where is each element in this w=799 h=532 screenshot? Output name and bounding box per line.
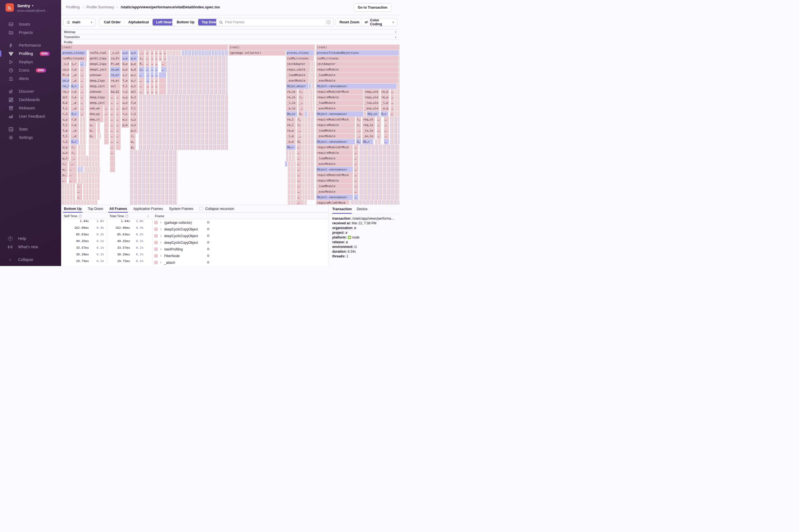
flame-cell[interactable]	[167, 73, 228, 78]
flame-cell[interactable]: …	[77, 189, 82, 194]
tab-application-frames[interactable]: Application Frames	[133, 205, 163, 212]
flame-cell[interactable]	[167, 61, 228, 66]
flame-cell[interactable]: …	[155, 56, 158, 61]
flame-cell[interactable]: r…	[71, 145, 77, 150]
flame-cell[interactable]: u…y	[130, 117, 138, 122]
flame-cell[interactable]: …	[297, 178, 302, 183]
flame-cell[interactable]: O…e	[122, 61, 129, 66]
flame-cell[interactable]	[62, 200, 98, 205]
flame-cell[interactable]	[308, 111, 315, 117]
sidebar-item-settings[interactable]: Settings	[0, 133, 61, 141]
flame-cell[interactable]	[85, 106, 86, 111]
flame-cell[interactable]: _loadModule	[316, 73, 398, 78]
flame-cell[interactable]: r…	[298, 89, 304, 94]
flame-cell[interactable]: re…e	[286, 128, 296, 133]
flame-cell[interactable]	[359, 167, 400, 172]
flame-cell[interactable]	[85, 95, 86, 100]
flame-cell[interactable]: …	[104, 106, 109, 111]
flame-cell[interactable]: …	[354, 161, 358, 167]
flame-cell[interactable]: …	[163, 56, 166, 61]
flame-cell[interactable]: …	[77, 195, 82, 200]
flame-cell[interactable]	[97, 134, 101, 139]
flame-cell[interactable]: proces…ctions	[62, 50, 87, 56]
flame-cell[interactable]	[130, 200, 177, 205]
flame-cell[interactable]: …	[110, 150, 115, 155]
sidebar-item-user-feedback[interactable]: User Feedback	[0, 112, 61, 120]
flame-cell[interactable]: _…e	[71, 78, 79, 83]
flame-cell[interactable]: deepC…ject	[89, 67, 109, 72]
flame-cell[interactable]: p…t	[130, 128, 138, 133]
flame-cell[interactable]: …	[116, 139, 120, 145]
flame-cell[interactable]: re…r	[62, 83, 70, 89]
flame-cell[interactable]: re…l	[286, 122, 296, 128]
flame-cell[interactable]: runMicrotasks	[316, 56, 398, 61]
flame-cell[interactable]: d…	[89, 134, 96, 139]
flame-cell[interactable]: …	[377, 128, 381, 133]
flame-cell[interactable]	[182, 50, 228, 56]
frame-header[interactable]: Frame	[155, 213, 164, 220]
flame-cell[interactable]: _loadModule	[316, 184, 353, 189]
flame-cell[interactable]	[311, 61, 315, 66]
flame-cell[interactable]	[288, 167, 296, 172]
flame-cell[interactable]: …	[354, 167, 358, 172]
flame-cell[interactable]: deep…ject	[89, 83, 109, 89]
flame-cell[interactable]: …	[161, 61, 167, 66]
flame-cell[interactable]	[139, 122, 228, 128]
flame-cell[interactable]: _e…e	[286, 139, 296, 145]
flame-cell[interactable]	[78, 178, 100, 183]
flame-cell[interactable]: w…	[62, 167, 68, 172]
flame-cell[interactable]: …	[151, 56, 154, 61]
flame-cell[interactable]: act	[62, 95, 70, 100]
flame-cell[interactable]: …	[354, 189, 358, 194]
flame-cell[interactable]	[390, 139, 400, 145]
flame-cell[interactable]: …	[155, 67, 158, 72]
flame-cell[interactable]	[288, 161, 296, 167]
collapse-recursion-checkbox[interactable]: Collapse recursion	[200, 207, 234, 211]
flame-cell[interactable]: d…	[89, 128, 96, 133]
flame-cell[interactable]	[288, 178, 296, 183]
flame-cell[interactable]: …	[155, 61, 158, 66]
flame-cell[interactable]: re…l	[286, 117, 296, 122]
flame-cell[interactable]: …	[139, 83, 145, 89]
flame-cell[interactable]: …	[297, 156, 302, 161]
flame-cell[interactable]	[80, 139, 86, 145]
gear-icon[interactable]: ⚙	[207, 227, 210, 231]
flame-cell[interactable]: f…e	[122, 78, 129, 83]
flame-cell[interactable]	[304, 111, 307, 117]
flame-cell[interactable]: …	[110, 145, 115, 150]
flame-cell[interactable]: w…c	[122, 117, 129, 122]
flame-cell[interactable]: requ…ock	[364, 89, 379, 94]
flame-cell[interactable]: _execModule	[316, 134, 355, 139]
flame-cell[interactable]: requireM…leOrMock	[316, 200, 350, 205]
flame-cell[interactable]	[78, 150, 86, 155]
tab-all-frames[interactable]: All Frames	[109, 205, 127, 212]
flame-cell[interactable]: a…r	[130, 78, 138, 83]
flame-cell[interactable]: f…l	[130, 106, 138, 111]
flame-cell[interactable]	[304, 106, 315, 111]
flame-cell[interactable]: r…	[297, 122, 302, 128]
flame-cell[interactable]: Object.<anonymous>	[316, 167, 353, 172]
flame-cell[interactable]: …	[159, 50, 162, 56]
flame-cell[interactable]: r…1	[130, 111, 138, 117]
flame-cell[interactable]	[85, 167, 100, 172]
flame-cell[interactable]	[351, 200, 400, 205]
flame-cell[interactable]: …	[151, 83, 154, 89]
flame-cell[interactable]: O…>	[71, 139, 79, 145]
color-coding-button[interactable]: Color Coding ▾	[361, 18, 397, 26]
flame-cell[interactable]: (root)	[316, 45, 400, 50]
flame-cell[interactable]: req…le	[362, 122, 375, 128]
flame-cell[interactable]: f…l	[62, 122, 70, 128]
flame-cell[interactable]	[130, 189, 177, 194]
breadcrumb-profile-summary[interactable]: Profile Summary	[87, 5, 114, 9]
flame-cell[interactable]: _l…le	[286, 100, 297, 106]
flame-cell[interactable]	[311, 67, 315, 72]
flame-cell[interactable]	[89, 145, 100, 150]
flame-cell[interactable]: …	[80, 106, 85, 111]
flame-cell[interactable]	[78, 172, 100, 178]
flame-cell[interactable]: req…ck	[362, 117, 375, 122]
flame-cell[interactable]: …	[80, 100, 85, 106]
flame-cell[interactable]	[288, 184, 296, 189]
flame-cell[interactable]: getAl…Copy	[89, 56, 109, 61]
flame-cell[interactable]	[302, 117, 315, 122]
flame-cell[interactable]	[80, 122, 86, 128]
